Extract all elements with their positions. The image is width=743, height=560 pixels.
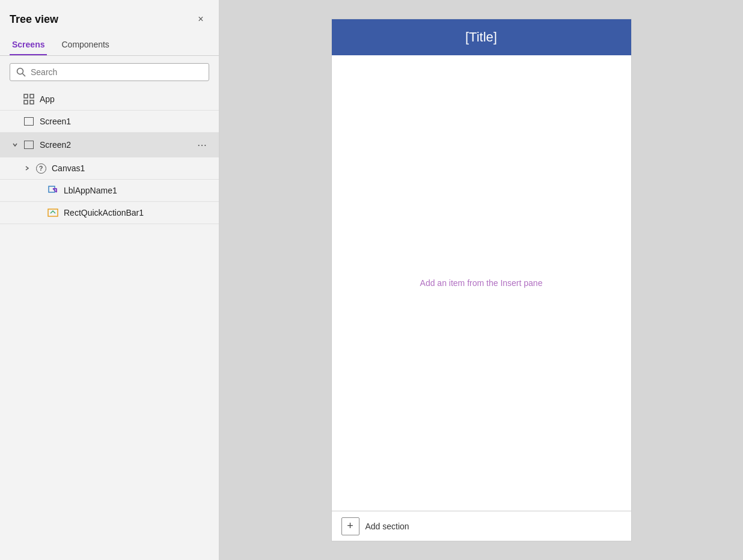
canvas-title: [Title] (465, 29, 497, 45)
expand-icon-lbl (34, 185, 44, 196)
tree-item-lblappname1-label: LblAppName1 (64, 186, 209, 195)
close-button[interactable]: × (192, 11, 209, 28)
canvas-body: Add an item from the Insert pane (332, 55, 631, 511)
svg-line-1 (23, 74, 26, 77)
tree-items: App Screen1 Screen2 ⋯ (0, 88, 219, 560)
panel-title: Tree view (10, 13, 58, 26)
canvas-title-bar: [Title] (332, 19, 631, 55)
tree-item-app[interactable]: App (0, 88, 219, 111)
tree-item-canvas1[interactable]: ? Canvas1 (0, 157, 219, 180)
tab-screens[interactable]: Screens (10, 35, 47, 55)
insert-hint: Add an item from the Insert pane (420, 278, 543, 288)
tabs-row: Screens Components (0, 35, 219, 56)
tree-panel: Tree view × Screens Components (0, 0, 219, 560)
add-section-label: Add section (365, 522, 409, 531)
add-section-button[interactable]: + (341, 517, 359, 535)
canvas-area: [Title] Add an item from the Insert pane… (219, 0, 743, 560)
expand-icon-screen2[interactable] (10, 139, 20, 150)
expand-icon-app (10, 94, 20, 105)
tree-item-screen2[interactable]: Screen2 ⋯ (0, 133, 219, 157)
tree-item-rectquickactionbar1-label: RectQuickActionBar1 (64, 208, 209, 218)
expand-icon-screen1 (10, 116, 20, 127)
tree-header: Tree view × (0, 0, 219, 35)
canvas-frame: [Title] Add an item from the Insert pane… (331, 19, 632, 541)
app-icon (23, 93, 35, 105)
tri-icon (47, 207, 59, 219)
circle-q-icon: ? (35, 162, 47, 174)
tree-item-screen1-label: Screen1 (40, 117, 209, 126)
tab-components[interactable]: Components (59, 35, 111, 55)
svg-point-0 (17, 68, 23, 75)
svg-rect-4 (24, 100, 28, 104)
more-options-screen2[interactable]: ⋯ (195, 138, 209, 152)
svg-rect-5 (30, 100, 34, 104)
tree-item-app-label: App (40, 94, 209, 104)
rect-icon-screen1 (23, 115, 35, 127)
tree-item-rectquickactionbar1[interactable]: RectQuickActionBar1 (0, 202, 219, 224)
expand-icon-canvas1[interactable] (22, 163, 32, 174)
expand-icon-rect (34, 207, 44, 218)
svg-rect-2 (24, 94, 28, 98)
tree-item-canvas1-label: Canvas1 (52, 163, 209, 173)
svg-rect-3 (30, 94, 34, 98)
search-bar[interactable] (10, 63, 209, 81)
search-icon (16, 67, 26, 77)
svg-rect-8 (48, 209, 58, 216)
search-input[interactable] (31, 67, 203, 77)
tree-item-lblappname1[interactable]: LblAppName1 (0, 180, 219, 202)
tree-item-screen1[interactable]: Screen1 (0, 111, 219, 133)
rect-icon-screen2 (23, 139, 35, 151)
pencil-icon (47, 184, 59, 196)
tree-item-screen2-label: Screen2 (40, 140, 195, 150)
add-section-row: + Add section (332, 511, 631, 541)
